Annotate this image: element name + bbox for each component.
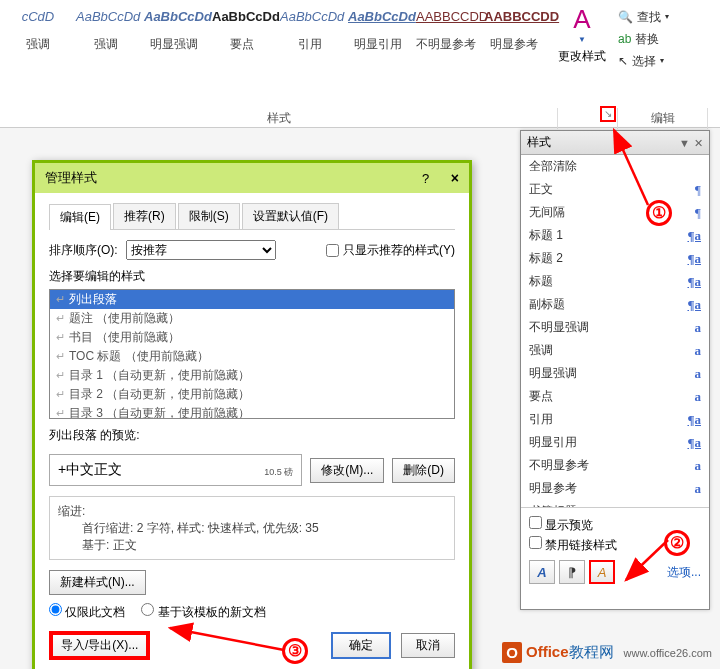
pane-item[interactable]: 标题¶a [521,270,709,293]
select-button[interactable]: ↖选择 ▾ [618,50,669,72]
pane-item[interactable]: 副标题¶a [521,293,709,316]
dialog-titlebar: 管理样式 ? × [35,163,469,193]
pane-header: 样式 ▼✕ [521,131,709,155]
cursor-icon: ↖ [618,50,628,72]
select-style-label: 选择要编辑的样式 [49,268,455,285]
listbox-item[interactable]: ↵书目 （使用前隐藏） [50,328,454,347]
binoculars-icon: 🔍 [618,6,633,28]
pane-dropdown-icon[interactable]: ▼ [679,137,690,149]
listbox-item[interactable]: ↵目录 1 （自动更新，使用前隐藏） [50,366,454,385]
pane-item[interactable]: 引用¶a [521,408,709,431]
listbox-item[interactable]: ↵TOC 标题 （使用前隐藏） [50,347,454,366]
dialog-tab[interactable]: 编辑(E) [49,204,111,230]
replace-icon: ab [618,28,631,50]
pane-item[interactable]: 不明显参考a [521,454,709,477]
dialog-tab[interactable]: 推荐(R) [113,203,176,229]
listbox-item[interactable]: ↵目录 3 （自动更新，使用前隐藏） [50,404,454,419]
watermark: O Office教程网 www.office26.com [502,642,712,663]
only-doc-radio[interactable]: 仅限此文档 [49,603,125,621]
listbox-item[interactable]: ↵目录 2 （自动更新，使用前隐藏） [50,385,454,404]
annotation-2: ② [664,530,690,556]
replace-button[interactable]: ab替换 [618,28,669,50]
delete-button[interactable]: 删除(D) [392,458,455,483]
pane-item[interactable]: 标题 2¶a [521,247,709,270]
pane-item[interactable]: 明显强调a [521,362,709,385]
listbox-item[interactable]: ↵列出段落 [50,290,454,309]
pane-item[interactable]: 要点a [521,385,709,408]
ok-button[interactable]: 确定 [331,632,391,659]
manage-styles-icon[interactable]: A [589,560,615,584]
annotation-1: ① [646,200,672,226]
find-button[interactable]: 🔍查找 ▾ [618,6,669,28]
import-export-button[interactable]: 导入/导出(X)... [49,631,150,660]
pane-item[interactable]: 明显参考a [521,477,709,500]
styles-dialog-launcher[interactable]: ↘ [600,106,616,122]
style-inspector-icon[interactable]: ⁋ [559,560,585,584]
pane-item[interactable]: 标题 1¶a [521,224,709,247]
pane-item[interactable]: 强调a [521,339,709,362]
style-gallery-item[interactable]: AABBCCDD明显参考 [484,6,544,53]
style-listbox[interactable]: ↵列出段落↵题注 （使用前隐藏）↵书目 （使用前隐藏）↵TOC 标题 （使用前隐… [49,289,455,419]
new-style-button[interactable]: 新建样式(N)... [49,570,146,595]
pane-item[interactable]: 无间隔 [521,201,709,224]
preview-text: +中文正文 [58,461,122,479]
desc-body: 首行缩进: 2 字符, 样式: 快速样式, 优先级: 35 基于: 正文 [58,520,446,554]
preview-box: +中文正文 10.5 磅 [49,454,302,486]
style-gallery-item[interactable]: cCdD强调 [8,6,68,53]
style-gallery-item[interactable]: AaBbCcDd要点 [212,6,272,53]
desc-header: 缩进: [58,503,446,520]
style-gallery-item[interactable]: AaBbCcDd明显引用 [348,6,408,53]
dialog-tab[interactable]: 设置默认值(F) [242,203,339,229]
pane-item[interactable]: 明显引用¶a [521,431,709,454]
modify-button[interactable]: 修改(M)... [310,458,384,483]
pane-item[interactable]: 不明显强调a [521,316,709,339]
pane-item[interactable]: 书籍标题a [521,500,709,507]
dialog-title: 管理样式 [45,169,97,187]
pane-style-list[interactable]: 全部清除正文无间隔标题 1¶a标题 2¶a标题¶a副标题¶a不明显强调a强调a明… [521,155,709,507]
preview-label: 列出段落 的预览: [49,427,455,444]
style-gallery-item[interactable]: AaBbCcDd引用 [280,6,340,53]
based-template-radio[interactable]: 基于该模板的新文档 [141,603,265,621]
pane-item[interactable]: 正文 [521,178,709,201]
change-style-icon: A [558,4,606,35]
dialog-tab[interactable]: 限制(S) [178,203,240,229]
style-group-label: 样式 [0,108,558,129]
change-style-label: 更改样式 [558,48,606,65]
sort-select[interactable]: 按推荐 [126,240,276,260]
pane-title: 样式 [527,134,551,151]
watermark-logo: O [502,642,522,663]
dialog-close-icon[interactable]: × [451,170,459,186]
pane-close-icon[interactable]: ✕ [694,137,703,149]
style-gallery-item[interactable]: AaBbCcDd强调 [76,6,136,53]
only-recommended-checkbox[interactable]: 只显示推荐的样式(Y) [326,242,455,259]
pane-item[interactable]: 全部清除 [521,155,709,178]
dialog-help-icon[interactable]: ? [422,171,429,186]
listbox-item[interactable]: ↵题注 （使用前隐藏） [50,309,454,328]
options-link[interactable]: 选项... [667,564,701,581]
preview-size: 10.5 磅 [264,466,293,479]
cancel-button[interactable]: 取消 [401,633,455,658]
edit-group-label: 编辑 [618,108,708,129]
description-box: 缩进: 首行缩进: 2 字符, 样式: 快速样式, 优先级: 35 基于: 正文 [49,496,455,560]
manage-styles-dialog: 管理样式 ? × 编辑(E)推荐(R)限制(S)设置默认值(F) 排序顺序(O)… [32,160,472,669]
new-style-icon[interactable]: A [529,560,555,584]
sort-label: 排序顺序(O): [49,242,118,259]
style-gallery-item[interactable]: AABBCCDD不明显参考 [416,6,476,53]
annotation-3: ③ [282,638,308,664]
dialog-tabs: 编辑(E)推荐(R)限制(S)设置默认值(F) [49,203,455,230]
style-gallery-item[interactable]: AaBbCcDd明显强调 [144,6,204,53]
